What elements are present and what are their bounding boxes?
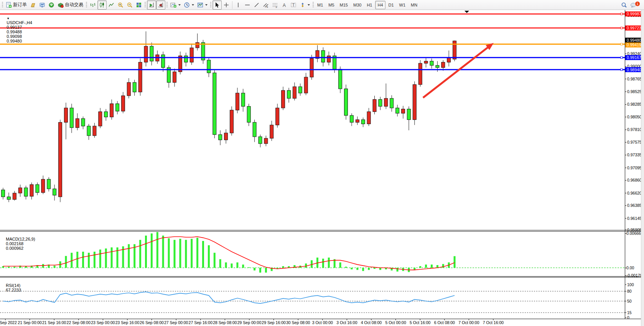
candle (339, 69, 342, 88)
time-label: 3 Oct 00:00 (312, 320, 333, 325)
time-label: 26 Sep 08:00 (140, 320, 164, 325)
line-handle[interactable] (621, 43, 623, 45)
toolbar-grip[interactable] (145, 2, 146, 8)
periods-button[interactable] (182, 0, 196, 10)
candle (59, 122, 62, 197)
timeframe-MN[interactable]: MN (408, 1, 420, 9)
toolbar-grip[interactable] (2, 2, 3, 8)
profiles-button[interactable] (28, 0, 38, 10)
cursor-tool-button[interactable] (212, 0, 222, 10)
text-label-tool-button[interactable]: T (289, 0, 298, 10)
timeframe-D1[interactable]: D1 (386, 1, 396, 9)
candle (298, 87, 302, 93)
candle (350, 115, 353, 122)
symbol-dropdown-icon[interactable]: ▼ (7, 17, 10, 20)
candle (310, 59, 313, 77)
macd-name: MACD(12,26,9) (6, 237, 35, 241)
candle (287, 90, 291, 98)
time-label: 20 Sep 2022 (0, 320, 17, 325)
candle (356, 120, 359, 122)
line-handle[interactable] (621, 13, 623, 15)
time-label: 27 Sep 00:00 (164, 320, 188, 325)
fibonacci-tool-button[interactable]: F (270, 0, 280, 10)
macd-histogram-bar (196, 238, 198, 268)
text-tool-button[interactable]: A (280, 0, 289, 10)
macd-histogram-bar (88, 253, 90, 268)
chat-button[interactable]: 1 (629, 0, 639, 10)
templates-button[interactable] (196, 0, 209, 10)
candle (447, 58, 451, 62)
candlestick-chart-button[interactable] (97, 0, 107, 10)
vertical-line-tool-button[interactable] (234, 0, 243, 10)
macd-histogram-bar (174, 240, 176, 268)
price-badge-label: 0.98940 (627, 67, 641, 72)
crosshair-tool-button[interactable] (222, 0, 231, 10)
timeframe-M1[interactable]: M1 (315, 1, 325, 9)
line-handle[interactable] (621, 57, 623, 59)
candle (259, 137, 262, 144)
candle (116, 104, 119, 111)
trendline-tool-button[interactable] (252, 0, 261, 10)
bar-chart-button[interactable] (88, 0, 97, 10)
candle (396, 108, 399, 113)
timeframe-M30[interactable]: M30 (351, 1, 364, 9)
new-order-icon (6, 2, 12, 8)
timeframe-W1[interactable]: W1 (397, 1, 408, 9)
toolbar-grip[interactable] (86, 2, 87, 8)
chart-shift-marker[interactable] (464, 11, 469, 13)
horizontal-line-tool-button[interactable] (243, 0, 252, 10)
timeframe-H1[interactable]: H1 (364, 1, 374, 9)
line-handle[interactable] (621, 27, 623, 29)
right-scroll-strip[interactable] (641, 10, 644, 326)
toolbar-grip[interactable] (166, 2, 168, 8)
rsi-level-label: 15 (627, 310, 632, 315)
toolbar-grip[interactable] (210, 2, 211, 8)
macd-histogram-bar (94, 252, 96, 268)
auto-trading-button[interactable]: 自动交易 (56, 0, 85, 10)
timeframe-M5[interactable]: M5 (326, 1, 336, 9)
rsi-name: RSI(14) (6, 283, 20, 288)
arrows-icon (300, 2, 306, 8)
tile-windows-button[interactable] (134, 0, 143, 10)
search-button[interactable] (619, 0, 629, 10)
timeframe-M15[interactable]: M15 (338, 1, 350, 9)
chart-title: ▼ USDCHF-,H4 0.99137 0.99488 0.99098 0.9… (2, 11, 33, 48)
channel-tool-button[interactable]: E (261, 0, 270, 10)
macd-indicator-label: MACD(12,26,9) 0.002168 0.000962 (1, 232, 36, 255)
macd-histogram-bar (282, 266, 284, 268)
price-tick-label: 0.97575 (627, 140, 642, 144)
svg-text:T: T (292, 3, 295, 7)
new-order-button[interactable]: 新订单 (4, 0, 28, 10)
line-handle[interactable] (621, 69, 623, 70)
macd-signal-value: 0.000962 (6, 246, 23, 251)
candle (407, 109, 410, 120)
time-label: 4 Oct 08:00 (361, 320, 382, 325)
timeframe-H4[interactable]: H4 (375, 1, 385, 9)
indicators-button[interactable] (169, 0, 182, 10)
time-label: 5 Oct 16:00 (410, 320, 430, 325)
toolbar-grip[interactable] (313, 2, 314, 8)
open-value: 0.99137 (7, 25, 22, 29)
line-chart-button[interactable] (107, 0, 116, 10)
candle (390, 98, 394, 108)
candle (161, 55, 165, 67)
macd-histogram-bar (185, 240, 187, 268)
macd-histogram-bar (151, 233, 153, 268)
time-label: 21 Sep 00:00 (18, 320, 42, 325)
candle (18, 188, 22, 193)
market-watch-button[interactable] (38, 0, 47, 10)
arrows-tool-button[interactable] (298, 0, 311, 10)
svg-text:A: A (283, 2, 286, 8)
candle (7, 197, 10, 200)
candle (230, 110, 234, 133)
zoom-out-button[interactable] (125, 0, 134, 10)
chart-shift-button[interactable] (156, 0, 165, 10)
text-label-icon: T (290, 2, 296, 8)
signals-button[interactable] (47, 0, 56, 10)
candle (190, 48, 193, 62)
auto-scroll-button[interactable] (147, 0, 156, 10)
rsi-line (3, 292, 455, 303)
price-chart-canvas[interactable]: 0.999550.992400.990000.987650.985250.982… (0, 10, 644, 326)
zoom-in-button[interactable] (116, 0, 125, 10)
chart-shift-icon (158, 2, 164, 8)
